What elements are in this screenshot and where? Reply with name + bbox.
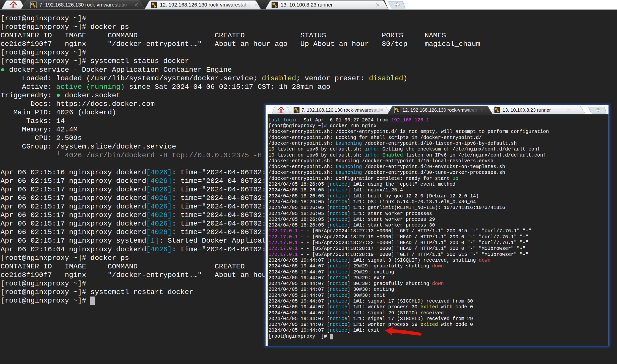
svg-text:7. 192.168.126.130 rock-vmware: 7. 192.168.126.130 rock-vmwarestation [301,107,385,112]
svg-text:12. 192.168.126.130 rock-vmwar: 12. 192.168.126.130 rock-vmwaresta [402,107,481,112]
svg-text:7. 192.168.126.130 rock-vmware: 7. 192.168.126.130 rock-vmwarestatio [39,2,127,8]
svg-text:13. 10.100.8.23 runner: 13. 10.100.8.23 runner [281,2,333,8]
svg-text:12. 192.168.126.130 rock-vmwar: 12. 192.168.126.130 rock-vmwarestatio [160,2,250,8]
svg-text:13. 10.100.8.23 runner: 13. 10.100.8.23 runner [503,107,551,112]
